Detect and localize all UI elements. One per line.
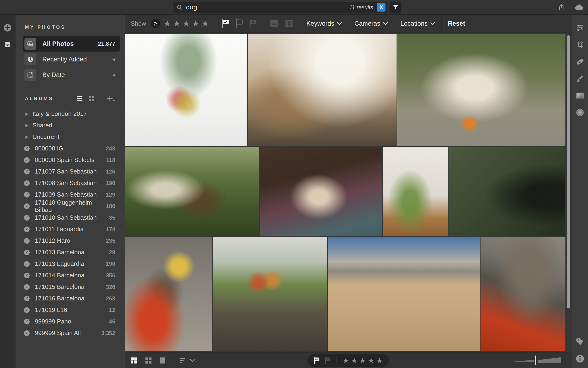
rating-star-icon[interactable]: ★: [376, 357, 383, 364]
filter-star-icon[interactable]: ★: [183, 19, 190, 28]
photo-thumbnail-boy-writing-in-sand-on-city-beach[interactable]: [328, 237, 480, 351]
brush-icon[interactable]: [575, 74, 585, 83]
expand-caret-icon[interactable]: ▶: [26, 123, 33, 128]
rating-star-icon[interactable]: ★: [368, 357, 374, 364]
photo-thumbnail-two-dogs-looking-out-window[interactable]: [248, 34, 397, 146]
photo-thumbnail-people-filming-in-forest[interactable]: [448, 147, 565, 236]
synced-check-icon: ✓: [24, 180, 30, 186]
filter-star-icon[interactable]: ★: [192, 19, 200, 28]
cameras-dropdown[interactable]: Cameras: [348, 15, 395, 32]
expand-caret-icon[interactable]: ▶: [26, 134, 33, 139]
edit-sliders-icon[interactable]: [575, 23, 585, 32]
keywords-dropdown[interactable]: Keywords: [300, 15, 348, 32]
linear-gradient-icon[interactable]: [575, 91, 585, 100]
clock-icon: [25, 54, 36, 65]
cloud-sync-icon[interactable]: [574, 3, 584, 12]
radial-gradient-icon[interactable]: [575, 108, 585, 117]
keyword-tag-icon[interactable]: [575, 337, 585, 346]
search-box[interactable]: 11 results X: [173, 2, 387, 13]
album-list-view-icon[interactable]: [76, 95, 83, 102]
photo-count: 21,877: [98, 40, 115, 47]
grid-scrollbar[interactable]: [567, 35, 570, 308]
album-item[interactable]: ✓999999 Pano45: [16, 316, 125, 327]
collapse-caret-icon[interactable]: ◀: [112, 73, 115, 77]
sort-menu[interactable]: [179, 357, 195, 364]
add-photos-icon[interactable]: [3, 23, 12, 32]
album-folder[interactable]: ▶Italy & London 2017: [16, 108, 125, 120]
album-item[interactable]: ✓171016 Barcelona263: [16, 293, 125, 304]
flag-rejected-icon[interactable]: [249, 19, 257, 28]
album-folder[interactable]: ▶Shared: [16, 120, 125, 131]
album-item[interactable]: ✓171015 Barcelona326: [16, 281, 125, 293]
reset-filters-button[interactable]: Reset: [442, 15, 471, 32]
album-item[interactable]: ✓171010 Guggenheim Bilbau180: [16, 200, 125, 212]
thumbnail-size-slider[interactable]: [510, 355, 561, 366]
clear-search-button[interactable]: X: [377, 3, 386, 11]
filter-star-icon[interactable]: ★: [163, 19, 171, 28]
album-folder-label: Shared: [33, 122, 52, 129]
expand-caret-icon[interactable]: ▶: [26, 111, 33, 116]
photo-thumbnail-smiling-pitbull-with-ball[interactable]: [397, 34, 565, 146]
my-photos-archive-icon[interactable]: [3, 40, 12, 49]
rating-gte-toggle[interactable]: ≥: [151, 19, 160, 28]
lightroom-window: 11 results X MY PHOTOS All Photos21,87: [0, 0, 588, 368]
photo-thumbnail-boy-holding-toy-rocket[interactable]: [383, 147, 448, 236]
photo-thumbnail-lego-fishing-couple-on-white[interactable]: [125, 34, 247, 146]
album-item[interactable]: ✓171010 San Sebastian35: [16, 212, 125, 223]
media-type-filter[interactable]: [263, 15, 300, 32]
album-item[interactable]: ✓171013 Barcelona29: [16, 247, 125, 258]
photos-type-icon[interactable]: [270, 20, 279, 27]
flag-rejected-icon[interactable]: [324, 357, 331, 364]
album-item[interactable]: ✓171019 L1612: [16, 304, 125, 316]
photo-thumbnail-bulldog-biting-red-bucket-closeup[interactable]: [481, 237, 565, 351]
rating-star-icon[interactable]: ★: [351, 357, 358, 364]
flag-filter[interactable]: [215, 15, 263, 32]
search-input[interactable]: [186, 4, 349, 11]
rating-star-icon[interactable]: ★: [359, 357, 366, 364]
sidebar-item-all-photos[interactable]: All Photos21,877: [23, 36, 120, 52]
healing-brush-icon[interactable]: [575, 57, 585, 66]
slider-track-large: [538, 356, 561, 365]
album-label: 171012 Haro: [35, 237, 70, 244]
videos-type-icon[interactable]: [285, 20, 294, 27]
crop-rotate-icon[interactable]: [575, 40, 585, 49]
filter-star-icon[interactable]: ★: [201, 19, 209, 28]
album-item[interactable]: ✓171007 San Sebastian126: [16, 166, 125, 177]
photo-thumbnail-bulldog-with-red-bucket-and-caution-sign[interactable]: [125, 237, 212, 351]
sidebar-item-recently-added[interactable]: Recently Added◀: [23, 52, 120, 67]
collapse-caret-icon[interactable]: ◀: [112, 57, 115, 62]
album-item[interactable]: ✓171014 Barcelona356: [16, 270, 125, 281]
album-item[interactable]: ✓171008 San Sebastian190: [16, 177, 125, 189]
search-results-count: 11 results: [349, 4, 373, 11]
album-item[interactable]: ✓171011 Laguardia174: [16, 223, 125, 235]
photo-thumbnail-kids-and-dog-on-old-truck[interactable]: [213, 237, 327, 351]
single-photo-view-icon[interactable]: [158, 357, 167, 364]
photo-thumbnail-two-puppies-in-grass[interactable]: [125, 147, 259, 236]
chevron-down-icon: [383, 22, 388, 25]
album-folder[interactable]: ▶Uncurrent: [16, 131, 125, 143]
locations-dropdown[interactable]: Locations: [395, 15, 442, 32]
photo-thumbnail-child-on-bed-with-stuffed-animal[interactable]: [260, 147, 382, 236]
main-area: Show ≥ ★★★★★: [125, 15, 571, 368]
album-item[interactable]: ✓000000 IG243: [16, 143, 125, 154]
flag-picked-icon[interactable]: [314, 357, 320, 364]
add-album-icon[interactable]: [106, 95, 115, 102]
album-item[interactable]: ✓999999 Spain All3,352: [16, 327, 125, 339]
sidebar-item-label: Recently Added: [42, 56, 87, 63]
share-icon[interactable]: [557, 3, 566, 12]
album-item[interactable]: ✓000000 Spain Selects118: [16, 154, 125, 166]
slider-handle[interactable]: [535, 356, 536, 365]
masonry-view-icon[interactable]: [130, 357, 138, 364]
filter-toggle-button[interactable]: [390, 2, 401, 13]
rating-star-icon[interactable]: ★: [343, 357, 349, 364]
rating-filter[interactable]: Show ≥ ★★★★★: [125, 15, 215, 32]
info-icon[interactable]: [575, 354, 585, 363]
album-item[interactable]: ✓171013 Laguardia190: [16, 258, 125, 270]
album-item[interactable]: ✓171012 Haro235: [16, 235, 125, 247]
flag-picked-icon[interactable]: [221, 19, 229, 28]
sidebar-item-by-date[interactable]: By Date◀: [23, 67, 120, 83]
flag-unflagged-icon[interactable]: [235, 19, 243, 28]
filter-star-icon[interactable]: ★: [173, 19, 180, 28]
square-grid-view-icon[interactable]: [144, 357, 152, 364]
album-grid-view-icon[interactable]: [88, 95, 95, 102]
